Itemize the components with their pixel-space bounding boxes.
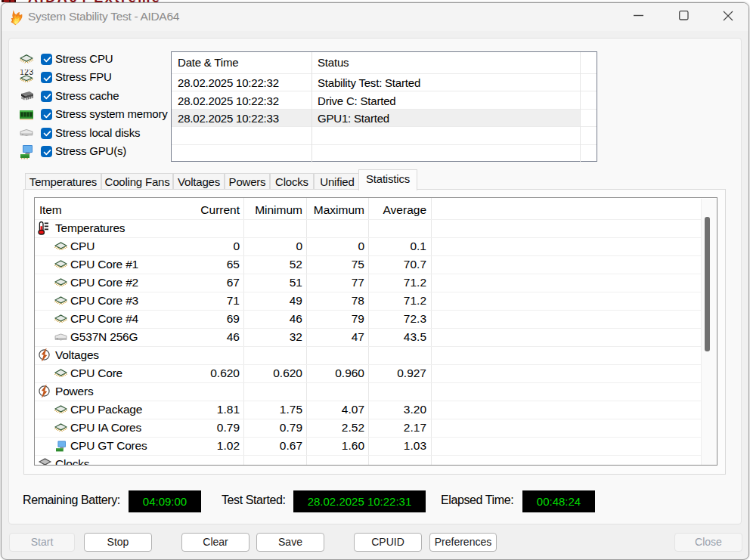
svg-text:3: 3 (29, 70, 34, 76)
